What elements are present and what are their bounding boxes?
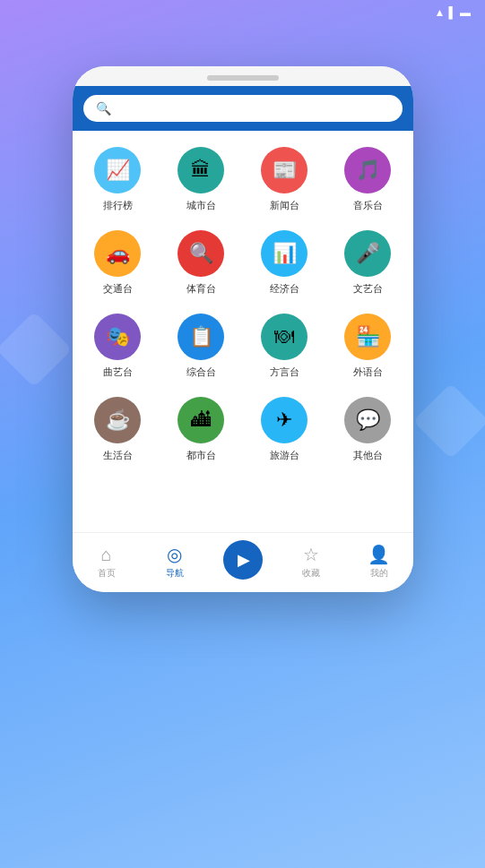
- phone-notch: [207, 75, 279, 81]
- status-right: ▲ ▌ ▬: [435, 6, 474, 19]
- economy-icon: 📊: [261, 230, 307, 277]
- sports-label: 体育台: [186, 282, 216, 296]
- mine-nav-icon: 👤: [368, 544, 390, 565]
- play-icon: ▶: [238, 550, 250, 570]
- category-item-city[interactable]: 🏛城市台: [160, 138, 243, 221]
- status-bar: ▲ ▌ ▬: [0, 0, 485, 25]
- category-item-traffic[interactable]: 🚗交通台: [76, 221, 160, 305]
- nav-item-nav[interactable]: ◎导航: [141, 544, 209, 580]
- traffic-label: 交通台: [103, 282, 133, 296]
- other-icon: 💬: [344, 397, 391, 443]
- city-label: 城市台: [186, 199, 216, 212]
- foreign-label: 外语台: [353, 365, 383, 379]
- category-item-ranking[interactable]: 📈排行榜: [76, 138, 160, 221]
- home-nav-label: 首页: [98, 567, 116, 580]
- music-label: 音乐台: [353, 199, 383, 212]
- phone-notch-area: [73, 66, 413, 86]
- category-item-music[interactable]: 🎵音乐台: [326, 138, 410, 221]
- city-icon: 🏛: [178, 147, 224, 193]
- arts-icon: 🎤: [344, 230, 391, 277]
- search-icon: 🔍: [96, 101, 111, 116]
- sports-icon: 🔍: [178, 230, 224, 277]
- category-item-life[interactable]: ☕生活台: [76, 388, 160, 471]
- search-bar[interactable]: 🔍: [83, 95, 403, 122]
- nav-nav-icon: ◎: [167, 544, 182, 565]
- other-label: 其他台: [353, 449, 383, 462]
- life-icon: ☕: [94, 397, 141, 443]
- phone-container: 🔍 📈排行榜🏛城市台📰新闻台🎵音乐台🚗交通台🔍体育台📊经济台🎤文艺台🎭曲艺台📋综…: [0, 66, 485, 592]
- wifi-icon: ▲: [435, 6, 446, 19]
- dialect-label: 方言台: [270, 365, 299, 379]
- category-item-urban[interactable]: 🏙都市台: [160, 388, 243, 471]
- news-label: 新闻台: [270, 199, 299, 212]
- quyi-icon: 🎭: [94, 314, 141, 360]
- category-item-dialect[interactable]: 🍽方言台: [243, 305, 326, 388]
- general-label: 综合台: [186, 365, 216, 379]
- travel-icon: ✈: [261, 397, 307, 443]
- nav-item-collect[interactable]: ☆收藏: [277, 544, 345, 580]
- collect-nav-label: 收藏: [302, 567, 320, 580]
- search-bar-wrap: 🔍: [73, 86, 413, 131]
- phone-mockup: 🔍 📈排行榜🏛城市台📰新闻台🎵音乐台🚗交通台🔍体育台📊经济台🎤文艺台🎭曲艺台📋综…: [73, 66, 413, 592]
- ranking-label: 排行榜: [103, 199, 133, 212]
- life-label: 生活台: [103, 449, 133, 462]
- mine-nav-label: 我的: [370, 567, 388, 580]
- nav-item-mine[interactable]: 👤我的: [345, 544, 413, 580]
- general-icon: 📋: [178, 314, 224, 360]
- signal-icon: ▌: [448, 6, 456, 19]
- battery-icon: ▬: [460, 6, 471, 19]
- category-item-sports[interactable]: 🔍体育台: [160, 221, 243, 305]
- category-item-arts[interactable]: 🎤文艺台: [326, 221, 410, 305]
- bottom-nav: ⌂首页◎导航▶☆收藏👤我的: [73, 532, 413, 592]
- traffic-icon: 🚗: [94, 230, 141, 277]
- arts-label: 文艺台: [353, 282, 383, 296]
- category-item-news[interactable]: 📰新闻台: [243, 138, 326, 221]
- music-icon: 🎵: [344, 147, 391, 193]
- news-icon: 📰: [261, 147, 307, 193]
- nav-item-home[interactable]: ⌂首页: [73, 545, 141, 580]
- category-item-quyi[interactable]: 🎭曲艺台: [76, 305, 160, 388]
- nav-item-play[interactable]: ▶: [209, 540, 277, 583]
- home-nav-icon: ⌂: [100, 545, 111, 565]
- urban-label: 都市台: [186, 449, 216, 462]
- category-item-travel[interactable]: ✈旅游台: [243, 388, 326, 471]
- phone-bottom-space: [73, 478, 413, 532]
- economy-label: 经济台: [270, 282, 299, 296]
- collect-nav-icon: ☆: [303, 544, 319, 565]
- ranking-icon: 📈: [94, 147, 141, 193]
- category-item-economy[interactable]: 📊经济台: [243, 221, 326, 305]
- categories-grid: 📈排行榜🏛城市台📰新闻台🎵音乐台🚗交通台🔍体育台📊经济台🎤文艺台🎭曲艺台📋综合台…: [73, 131, 413, 478]
- travel-label: 旅游台: [270, 449, 299, 462]
- quyi-label: 曲艺台: [103, 365, 133, 379]
- dialect-icon: 🍽: [261, 314, 307, 360]
- foreign-icon: 🏪: [344, 314, 391, 360]
- category-item-general[interactable]: 📋综合台: [160, 305, 243, 388]
- hero-section: [0, 25, 485, 57]
- category-item-other[interactable]: 💬其他台: [326, 388, 410, 471]
- nav-nav-label: 导航: [166, 567, 184, 580]
- category-item-foreign[interactable]: 🏪外语台: [326, 305, 410, 388]
- urban-icon: 🏙: [178, 397, 224, 443]
- play-button[interactable]: ▶: [223, 540, 263, 580]
